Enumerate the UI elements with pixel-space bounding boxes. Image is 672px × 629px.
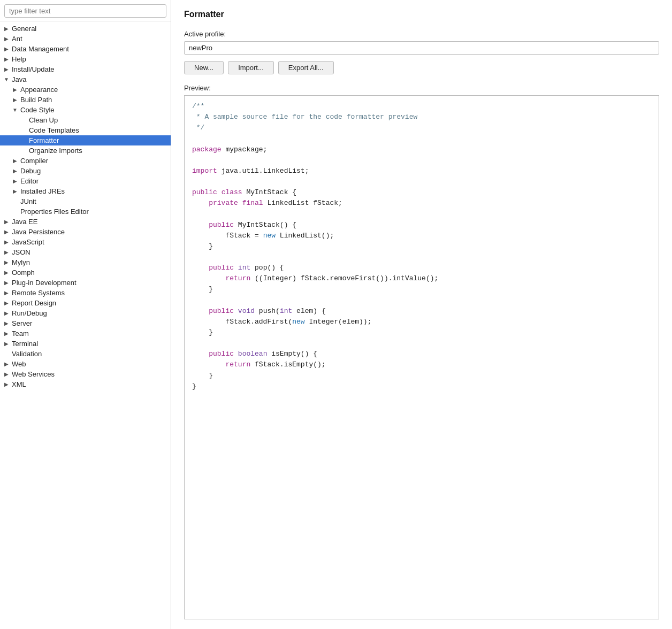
code-token: } (192, 382, 196, 390)
code-line: } (192, 371, 651, 381)
code-token: MyIntStack { (242, 188, 296, 196)
sidebar-item-code-style[interactable]: ▼Code Style (0, 105, 171, 115)
sidebar-item-data-management[interactable]: ▶Data Management (0, 44, 171, 54)
sidebar-item-editor[interactable]: ▶Editor (0, 176, 171, 186)
tree-arrow-java-persistence: ▶ (2, 229, 11, 235)
code-line: } (192, 241, 651, 252)
sidebar-item-web[interactable]: ▶Web (0, 359, 171, 369)
filter-input[interactable] (4, 4, 166, 18)
code-token: isEmpty() { (267, 350, 317, 358)
sidebar-item-oomph[interactable]: ▶Oomph (0, 267, 171, 278)
sidebar-item-junit[interactable]: JUnit (0, 196, 171, 206)
sidebar-item-debug[interactable]: ▶Debug (0, 166, 171, 176)
code-token: return (225, 360, 250, 369)
sidebar-label-data-management: Data Management (11, 45, 69, 53)
sidebar-item-server[interactable]: ▶Server (0, 318, 171, 328)
export-all-button[interactable]: Export All... (278, 61, 334, 74)
sidebar-item-terminal[interactable]: ▶Terminal (0, 339, 171, 349)
sidebar-item-java-ee[interactable]: ▶Java EE (0, 217, 171, 227)
tree-arrow-help: ▶ (2, 56, 11, 62)
code-preview: /** * A sample source file for the code … (184, 95, 659, 619)
sidebar-label-mylyn: Mylyn (11, 258, 30, 266)
code-token: java.util.LinkedList; (217, 167, 309, 175)
code-line: public void push(int elem) { (192, 306, 651, 317)
sidebar-label-editor: Editor (19, 177, 39, 185)
sidebar-label-web: Web (11, 360, 26, 368)
tree-arrow-oomph: ▶ (2, 270, 11, 275)
code-line: public boolean isEmpty() { (192, 349, 651, 359)
code-token: /** (192, 102, 204, 110)
code-token: MyIntStack() { (234, 221, 296, 229)
sidebar-item-validation[interactable]: Validation (0, 349, 171, 359)
code-line (192, 252, 651, 263)
sidebar-item-team[interactable]: ▶Team (0, 328, 171, 339)
code-token: */ (192, 124, 204, 132)
sidebar-label-properties-files-editor: Properties Files Editor (19, 208, 89, 216)
profile-input[interactable] (184, 41, 659, 55)
sidebar-label-terminal: Terminal (11, 340, 38, 348)
sidebar-item-remote-systems[interactable]: ▶Remote Systems (0, 288, 171, 298)
sidebar-item-compiler[interactable]: ▶Compiler (0, 156, 171, 166)
code-token: private (209, 199, 238, 207)
sidebar-item-organize-imports[interactable]: Organize Imports (0, 145, 171, 156)
sidebar-item-run-debug[interactable]: ▶Run/Debug (0, 308, 171, 318)
sidebar-item-java[interactable]: ▼Java (0, 74, 171, 85)
sidebar-item-web-services[interactable]: ▶Web Services (0, 369, 171, 379)
code-token (192, 264, 209, 272)
sidebar-label-compiler: Compiler (19, 157, 48, 165)
sidebar-label-remote-systems: Remote Systems (11, 289, 65, 297)
sidebar-item-javascript[interactable]: ▶JavaScript (0, 237, 171, 247)
code-token (192, 350, 209, 358)
code-token (238, 199, 242, 207)
sidebar-label-appearance: Appearance (19, 86, 58, 94)
sidebar-label-code-style: Code Style (19, 106, 55, 114)
new-button[interactable]: New... (184, 61, 224, 74)
tree-arrow-terminal: ▶ (2, 341, 11, 347)
sidebar-item-clean-up[interactable]: Clean Up (0, 115, 171, 125)
sidebar-item-json[interactable]: ▶JSON (0, 247, 171, 257)
code-token (234, 307, 238, 315)
sidebar-item-java-persistence[interactable]: ▶Java Persistence (0, 227, 171, 237)
sidebar-label-ant: Ant (11, 35, 22, 43)
tree-arrow-java-ee: ▶ (2, 219, 11, 225)
sidebar-item-code-templates[interactable]: Code Templates (0, 125, 171, 135)
sidebar-item-general[interactable]: ▶General (0, 24, 171, 34)
sidebar-item-report-design[interactable]: ▶Report Design (0, 298, 171, 308)
tree-arrow-editor: ▶ (11, 178, 19, 184)
sidebar-item-appearance[interactable]: ▶Appearance (0, 85, 171, 95)
code-token: } (192, 372, 213, 380)
code-token: public (209, 221, 234, 229)
filter-wrap (0, 0, 171, 21)
sidebar-item-properties-files-editor[interactable]: Properties Files Editor (0, 206, 171, 217)
tree-arrow-appearance: ▶ (11, 87, 19, 93)
code-token: ((Integer) fStack.removeFirst()).intValu… (250, 274, 438, 282)
sidebar-item-installed-jres[interactable]: ▶Installed JREs (0, 186, 171, 196)
sidebar-item-help[interactable]: ▶Help (0, 54, 171, 64)
sidebar-item-build-path[interactable]: ▶Build Path (0, 95, 171, 105)
tree-arrow-remote-systems: ▶ (2, 290, 11, 296)
sidebar-label-organize-imports: Organize Imports (28, 147, 82, 155)
code-line: */ (192, 122, 651, 133)
sidebar-label-java: Java (11, 75, 26, 83)
code-line: public class MyIntStack { (192, 187, 651, 198)
import-button[interactable]: Import... (228, 61, 274, 74)
code-token (192, 199, 209, 207)
sidebar-item-install-update[interactable]: ▶Install/Update (0, 64, 171, 74)
sidebar-item-formatter[interactable]: Formatter (0, 135, 171, 145)
tree-arrow-general: ▶ (2, 26, 11, 32)
code-token (234, 350, 238, 358)
sidebar-label-run-debug: Run/Debug (11, 309, 47, 317)
sidebar-label-javascript: JavaScript (11, 238, 44, 246)
code-line (192, 155, 651, 166)
sidebar-label-server: Server (11, 319, 32, 327)
tree-arrow-team: ▶ (2, 331, 11, 336)
sidebar-item-xml[interactable]: ▶XML (0, 379, 171, 389)
code-token: class (222, 188, 242, 196)
sidebar-item-ant[interactable]: ▶Ant (0, 34, 171, 44)
sidebar-item-mylyn[interactable]: ▶Mylyn (0, 257, 171, 267)
code-token: } (192, 328, 213, 336)
sidebar-item-plug-in-development[interactable]: ▶Plug-in Development (0, 278, 171, 288)
tree-arrow-installed-jres: ▶ (11, 188, 19, 194)
code-token: * A sample source file for the code form… (192, 113, 417, 121)
code-token: } (192, 285, 213, 293)
